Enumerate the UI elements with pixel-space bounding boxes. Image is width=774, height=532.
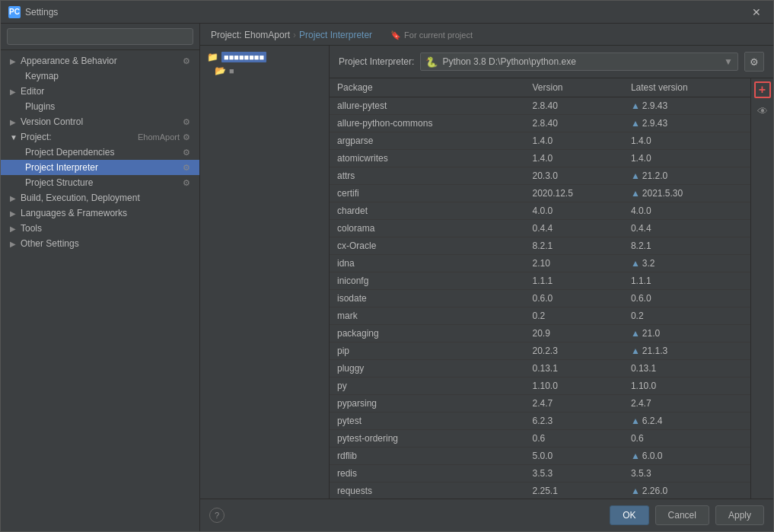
expand-arrow: ▼ (10, 133, 19, 142)
package-latest: ▲3.2 (623, 255, 750, 272)
col-version: Version (524, 78, 623, 97)
table-row[interactable]: allure-python-commons2.8.40▲2.9.43 (330, 115, 750, 132)
sidebar-item-tools[interactable]: ▶ Tools (1, 221, 199, 236)
package-name: requests (330, 483, 524, 499)
sidebar-item-project-dependencies[interactable]: Project Dependencies ⚙ (1, 145, 199, 160)
sidebar-item-label: Project Dependencies (25, 147, 183, 158)
update-arrow-icon: ▲ (631, 486, 640, 496)
sidebar-item-other-settings[interactable]: ▶ Other Settings (1, 236, 199, 251)
update-arrow-icon: ▲ (631, 170, 640, 181)
python-icon: 🐍 (425, 56, 438, 68)
update-arrow-icon: ▲ (631, 328, 640, 339)
cancel-button[interactable]: Cancel (655, 505, 709, 525)
apply-button[interactable]: Apply (715, 505, 764, 525)
sidebar-item-project-structure[interactable]: Project Structure ⚙ (1, 175, 199, 190)
sidebar-item-label: Keymap (25, 71, 193, 81)
nav-tree: ▶ Appearance & Behavior ⚙ Keymap ▶ Edito… (1, 50, 199, 531)
table-row[interactable]: requests2.25.1▲2.26.0 (330, 483, 750, 499)
table-row[interactable]: pip20.2.3▲21.1.3 (330, 342, 750, 360)
package-version: 6.2.3 (524, 413, 623, 430)
update-arrow-icon: ▲ (631, 346, 640, 356)
update-arrow-icon: ▲ (631, 258, 640, 269)
sidebar-item-project[interactable]: ▼ Project: EhomAport ⚙ (1, 129, 199, 145)
table-row[interactable]: attrs20.3.0▲21.2.0 (330, 167, 750, 185)
table-row[interactable]: argparse1.4.01.4.0 (330, 132, 750, 150)
package-latest: ▲21.0 (623, 325, 750, 342)
packages-table: Package Version Latest version allure-py… (330, 78, 750, 499)
package-name: mark (330, 307, 524, 325)
table-row[interactable]: iniconfg1.1.11.1.1 (330, 272, 750, 290)
package-version: 2.10 (524, 255, 623, 272)
table-row[interactable]: redis3.5.33.5.3 (330, 465, 750, 483)
table-row[interactable]: idna2.10▲3.2 (330, 255, 750, 272)
package-latest: ▲2021.5.30 (623, 185, 750, 202)
table-row[interactable]: atomicwrites1.4.01.4.0 (330, 150, 750, 167)
close-button[interactable]: ✕ (747, 5, 766, 20)
package-name: py (330, 377, 524, 395)
table-row[interactable]: chardet4.0.04.0.0 (330, 202, 750, 220)
package-version: 2.25.1 (524, 483, 623, 499)
package-version: 0.2 (524, 307, 623, 325)
table-row[interactable]: pluggy0.13.10.13.1 (330, 360, 750, 377)
package-version: 20.3.0 (524, 167, 623, 185)
title-bar: PC Settings ✕ (1, 1, 773, 24)
interpreter-select[interactable]: 🐍 Python 3.8 D:\Python\python.exe ▼ (420, 53, 738, 71)
package-latest: ▲2.9.43 (623, 97, 750, 115)
package-version: 0.4.4 (524, 220, 623, 237)
tree-item-folder1[interactable]: 📁 ■■■■■■■■ (203, 50, 326, 64)
table-row[interactable]: isodate0.6.00.6.0 (330, 290, 750, 307)
table-row[interactable]: pytest6.2.3▲6.2.4 (330, 413, 750, 430)
table-row[interactable]: mark0.20.2 (330, 307, 750, 325)
package-latest: 1.4.0 (623, 132, 750, 150)
footer-buttons: OK Cancel Apply (610, 505, 764, 525)
package-latest: 1.1.1 (623, 272, 750, 290)
tree-item-folder2[interactable]: 📂 ■ (203, 64, 326, 78)
table-actions: + 👁 (750, 78, 773, 499)
sidebar-item-editor[interactable]: ▶ Editor (1, 84, 199, 99)
package-name: certifi (330, 185, 524, 202)
expand-arrow: ▶ (10, 88, 19, 96)
footer: ? OK Cancel Apply (200, 499, 773, 531)
package-version: 20.2.3 (524, 342, 623, 360)
table-row[interactable]: py1.10.01.10.0 (330, 377, 750, 395)
sidebar-item-label: Plugins (25, 101, 193, 112)
package-latest: 0.6 (623, 430, 750, 448)
package-latest: 2.4.7 (623, 395, 750, 413)
package-version: 1.4.0 (524, 150, 623, 167)
table-row[interactable]: colorama0.4.40.4.4 (330, 220, 750, 237)
sidebar-item-build-execution[interactable]: ▶ Build, Execution, Deployment (1, 190, 199, 205)
package-name: atomicwrites (330, 150, 524, 167)
package-name: isodate (330, 290, 524, 307)
sidebar-item-languages[interactable]: ▶ Languages & Frameworks (1, 205, 199, 221)
table-row[interactable]: certifi2020.12.5▲2021.5.30 (330, 185, 750, 202)
package-latest: 1.4.0 (623, 150, 750, 167)
search-box: 🔍 (1, 24, 199, 50)
sidebar-item-plugins[interactable]: Plugins (1, 99, 199, 114)
table-row[interactable]: cx-Oracle8.2.18.2.1 (330, 237, 750, 255)
package-latest: ▲2.26.0 (623, 483, 750, 499)
help-button[interactable]: ? (209, 508, 225, 523)
sidebar-item-version-control[interactable]: ▶ Version Control ⚙ (1, 114, 199, 129)
interpreter-settings-button[interactable]: ⚙ (744, 52, 764, 72)
table-row[interactable]: allure-pytest2.8.40▲2.9.43 (330, 97, 750, 115)
col-latest: Latest version (623, 78, 750, 97)
sidebar-item-appearance[interactable]: ▶ Appearance & Behavior ⚙ (1, 53, 199, 68)
sidebar-item-project-interpreter[interactable]: Project Interpreter ⚙ (1, 160, 199, 175)
package-latest: 0.2 (623, 307, 750, 325)
interpreter-label: Project Interpreter: (339, 56, 414, 67)
package-version: 4.0.0 (524, 202, 623, 220)
package-name: allure-pytest (330, 97, 524, 115)
search-input[interactable] (7, 28, 193, 45)
eye-icon[interactable]: 👁 (754, 103, 771, 119)
package-version: 0.6.0 (524, 290, 623, 307)
ok-button[interactable]: OK (610, 505, 648, 525)
table-row[interactable]: pyparsing2.4.72.4.7 (330, 395, 750, 413)
table-row[interactable]: packaging20.9▲21.0 (330, 325, 750, 342)
package-name: allure-python-commons (330, 115, 524, 132)
sidebar-item-keymap[interactable]: Keymap (1, 68, 199, 84)
table-row[interactable]: rdflib5.0.0▲6.0.0 (330, 448, 750, 465)
panel-body: 📁 ■■■■■■■■ 📂 ■ Project Interpreter: 🐍 (200, 46, 773, 499)
add-package-button[interactable]: + (754, 81, 771, 98)
package-latest: ▲21.1.3 (623, 342, 750, 360)
table-row[interactable]: pytest-ordering0.60.6 (330, 430, 750, 448)
